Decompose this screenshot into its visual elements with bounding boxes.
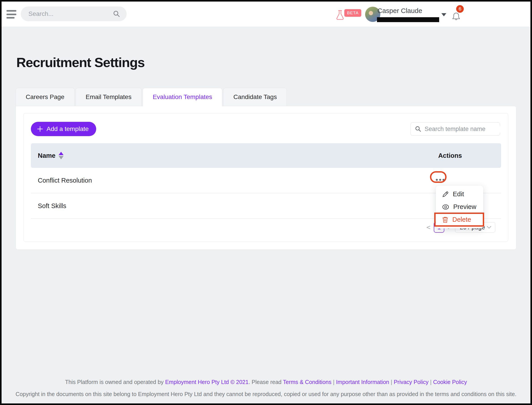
search-icon [415, 126, 421, 132]
sort-desc-icon[interactable] [59, 156, 63, 159]
footer-text: This Platform is owned and operated by [65, 379, 165, 385]
menu-item-edit[interactable]: Edit [436, 188, 483, 201]
template-name: Conflict Resolution [38, 168, 92, 193]
eye-icon [442, 204, 449, 210]
column-header-actions: Actions [438, 143, 462, 168]
table-row: Soft Skills [31, 193, 501, 219]
top-bar: BETA Casper Claude 6 [1, 1, 531, 27]
redacted-email [377, 17, 439, 22]
menu-item-label: Delete [452, 216, 471, 223]
footer-link-cookie-policy[interactable]: Cookie Policy [433, 379, 467, 385]
tab-candidate-tags[interactable]: Candidate Tags [223, 88, 287, 106]
row-actions-menu: Edit Preview Delete [436, 186, 483, 229]
menu-item-label: Edit [453, 190, 464, 198]
add-template-button[interactable]: Add a template [31, 122, 96, 136]
add-template-label: Add a template [47, 125, 89, 133]
user-menu-caret-icon[interactable] [441, 13, 446, 16]
footer-text: . Please read [249, 379, 283, 385]
beta-badge: BETA [344, 9, 361, 17]
template-search-input[interactable] [425, 126, 504, 133]
menu-item-preview[interactable]: Preview [436, 201, 483, 213]
global-search[interactable] [21, 7, 127, 21]
sort-asc-icon[interactable] [59, 152, 63, 155]
column-header-name[interactable]: Name [38, 143, 63, 168]
menu-item-delete[interactable]: Delete [436, 213, 483, 226]
trash-icon [442, 216, 448, 223]
plus-icon [37, 126, 43, 132]
name-column-label: Name [38, 152, 55, 159]
row-actions-ellipsis-button[interactable] [433, 175, 447, 185]
chevron-down-icon [487, 226, 491, 229]
template-search[interactable] [411, 122, 500, 136]
previous-page-button[interactable]: < [426, 224, 430, 231]
footer-separator: | [428, 379, 433, 385]
notification-count-badge[interactable]: 6 [456, 5, 464, 13]
tab-email-templates[interactable]: Email Templates [76, 88, 142, 106]
sort-toggle[interactable] [59, 152, 63, 159]
notification-bell-icon[interactable] [452, 12, 461, 21]
footer-link-employment-hero[interactable]: Employment Hero Pty Ltd © 2021 [165, 379, 249, 385]
footer-separator: | [331, 379, 336, 385]
footer-separator: | [389, 379, 394, 385]
app-window: BETA Casper Claude 6 Recruitment Setting… [0, 0, 532, 405]
flask-beta-icon [336, 10, 345, 20]
footer-copyright-line: Copyright in the documents on this site … [1, 391, 531, 397]
user-name: Casper Claude [377, 7, 422, 14]
footer-link-important-information[interactable]: Important Information [336, 379, 389, 385]
pencil-icon [442, 191, 449, 198]
table-row: Conflict Resolution [31, 168, 501, 193]
global-search-input[interactable] [28, 10, 113, 17]
tab-careers-page[interactable]: Careers Page [16, 88, 75, 106]
settings-tabs: Careers Page Email Templates Evaluation … [16, 88, 288, 106]
footer-link-privacy-policy[interactable]: Privacy Policy [394, 379, 429, 385]
footer-link-terms[interactable]: Terms & Conditions [283, 379, 332, 385]
menu-item-label: Preview [453, 203, 476, 210]
search-icon [113, 10, 120, 18]
hamburger-menu-icon[interactable] [7, 10, 16, 19]
tab-evaluation-templates[interactable]: Evaluation Templates [143, 88, 222, 106]
footer-legal-line: This Platform is owned and operated by E… [1, 379, 531, 385]
page-title: Recruitment Settings [16, 55, 145, 70]
table-header-row: Name Actions [31, 143, 501, 168]
template-name: Soft Skills [38, 193, 66, 218]
